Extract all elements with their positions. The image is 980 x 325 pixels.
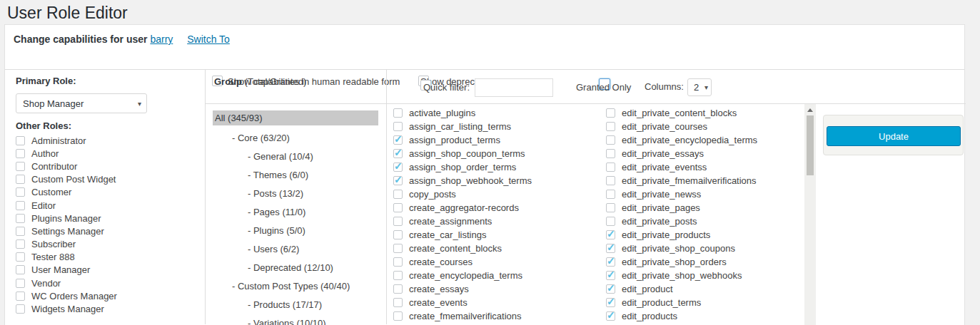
group-tree-item[interactable]: - Users (6/2) xyxy=(213,240,386,259)
role-checkbox[interactable] xyxy=(16,227,25,236)
capability-row: assign_shop_coupon_terms xyxy=(393,147,602,160)
group-tree-item[interactable]: - Products (17/17) xyxy=(213,296,386,314)
capability-label: assign_car_listing_terms xyxy=(409,121,511,132)
group-tree-item[interactable]: - Deprecated (12/10) xyxy=(213,259,386,277)
capability-checkbox[interactable] xyxy=(606,284,615,294)
scroll-up-icon[interactable] xyxy=(807,108,813,112)
capability-label: copy_posts xyxy=(409,189,456,200)
capability-checkbox[interactable] xyxy=(393,257,403,267)
role-row: Editor xyxy=(16,199,198,212)
page-title: User Role Editor xyxy=(7,4,128,23)
role-checkbox[interactable] xyxy=(16,252,25,262)
capability-checkbox[interactable] xyxy=(606,190,615,199)
capability-label: create_fmemailverifications xyxy=(409,311,522,321)
capability-row: create_fmemailverifications xyxy=(393,309,602,323)
group-tree-item[interactable]: - Posts (13/2) xyxy=(213,185,386,203)
capability-checkbox[interactable] xyxy=(393,284,403,294)
capability-checkbox[interactable] xyxy=(393,190,403,199)
capability-checkbox[interactable] xyxy=(606,311,615,321)
capability-checkbox[interactable] xyxy=(606,149,615,158)
capability-row: create_aggregator-records xyxy=(393,201,602,215)
capability-checkbox[interactable] xyxy=(393,122,403,131)
capability-checkbox[interactable] xyxy=(393,149,403,158)
capability-row: edit_private_shop_coupons xyxy=(606,242,814,255)
capability-checkbox[interactable] xyxy=(393,244,403,253)
role-row: Author xyxy=(16,147,198,160)
capability-checkbox[interactable] xyxy=(393,271,403,280)
capability-row: edit_private_pages xyxy=(606,201,814,215)
capability-checkbox[interactable] xyxy=(606,122,615,131)
capability-row: edit_private_shop_orders xyxy=(606,255,814,269)
role-checkbox[interactable] xyxy=(16,162,25,171)
capability-checkbox[interactable] xyxy=(606,108,615,118)
role-row: Widgets Manager xyxy=(16,302,198,315)
role-checkbox[interactable] xyxy=(16,201,25,210)
role-checkbox[interactable] xyxy=(16,239,25,249)
capability-checkbox[interactable] xyxy=(606,162,615,172)
role-label: Administrator xyxy=(31,135,86,146)
role-checkbox[interactable] xyxy=(16,304,25,314)
group-tree-item[interactable]: - Pages (11/0) xyxy=(213,203,386,222)
scrollbar-thumb[interactable] xyxy=(807,115,814,175)
capability-row: edit_private_products xyxy=(606,228,814,242)
capabilities-scrollbar[interactable] xyxy=(804,104,816,325)
capability-row: edit_private_eventss xyxy=(606,160,814,174)
capability-checkbox[interactable] xyxy=(393,162,403,172)
capability-checkbox[interactable] xyxy=(606,298,615,307)
capability-checkbox[interactable] xyxy=(606,230,615,239)
group-tree-item[interactable]: - Core (63/20) xyxy=(213,129,386,148)
capability-checkbox[interactable] xyxy=(606,176,615,185)
capability-row: edit_private_shop_webhooks xyxy=(606,269,814,282)
capability-row: edit_private_essays xyxy=(606,147,814,160)
capability-row: edit_product_terms xyxy=(606,296,814,309)
primary-role-select[interactable]: Shop Manager ▾ xyxy=(16,93,147,113)
capability-checkbox[interactable] xyxy=(606,257,615,267)
capability-label: create_content_blocks xyxy=(409,243,502,254)
group-tree-item[interactable]: - Plugins (5/0) xyxy=(213,222,386,240)
group-header-bold: Group xyxy=(214,76,242,87)
group-tree-item[interactable]: - Variations (10/10) xyxy=(213,314,386,325)
group-tree-item[interactable]: All (345/93) xyxy=(213,110,378,125)
capability-label: edit_private_shop_webhooks xyxy=(622,270,742,281)
role-checkbox[interactable] xyxy=(16,175,25,184)
role-checkbox[interactable] xyxy=(16,214,25,223)
group-tree-item[interactable]: - General (10/4) xyxy=(213,148,386,166)
capability-checkbox[interactable] xyxy=(606,217,615,226)
capability-checkbox[interactable] xyxy=(606,244,615,253)
header-divider xyxy=(5,69,964,70)
role-checkbox[interactable] xyxy=(16,265,25,274)
capability-checkbox[interactable] xyxy=(393,298,403,307)
role-checkbox[interactable] xyxy=(16,187,25,197)
capability-row: assign_shop_webhook_terms xyxy=(393,174,602,187)
capability-row: edit_products xyxy=(606,309,814,323)
columns-select[interactable]: 2 ▾ xyxy=(687,78,712,96)
capability-label: create_car_listings xyxy=(409,229,486,240)
quick-filter-input[interactable] xyxy=(475,78,553,97)
capability-label: edit_product_terms xyxy=(622,297,701,308)
capability-checkbox[interactable] xyxy=(393,108,403,118)
role-checkbox[interactable] xyxy=(16,279,25,288)
group-tree-item[interactable]: - Themes (6/0) xyxy=(213,166,386,185)
capability-checkbox[interactable] xyxy=(393,203,403,212)
capability-checkbox[interactable] xyxy=(606,271,615,280)
capability-checkbox[interactable] xyxy=(393,176,403,185)
capability-label: create_courses xyxy=(409,257,473,267)
capability-checkbox[interactable] xyxy=(393,217,403,226)
switch-to-link[interactable]: Switch To xyxy=(187,33,230,45)
capability-checkbox[interactable] xyxy=(393,135,403,145)
role-checkbox[interactable] xyxy=(16,292,25,301)
role-checkbox[interactable] xyxy=(16,149,25,158)
user-link[interactable]: barry xyxy=(150,33,173,45)
capability-checkbox[interactable] xyxy=(606,135,615,145)
role-checkbox[interactable] xyxy=(16,136,25,145)
capability-checkbox[interactable] xyxy=(606,203,615,212)
capability-checkbox[interactable] xyxy=(393,311,403,321)
group-tree-item[interactable]: - Custom Post Types (40/40) xyxy=(213,277,386,296)
capability-label: create_encyclopedia_terms xyxy=(409,270,522,281)
update-button[interactable]: Update xyxy=(827,126,961,146)
capability-row: assign_car_listing_terms xyxy=(393,120,602,133)
capability-label: edit_product xyxy=(622,284,673,294)
other-roles-label: Other Roles: xyxy=(16,120,71,131)
group-header: Group (Total/Granted) xyxy=(214,76,306,87)
capability-checkbox[interactable] xyxy=(393,230,403,239)
